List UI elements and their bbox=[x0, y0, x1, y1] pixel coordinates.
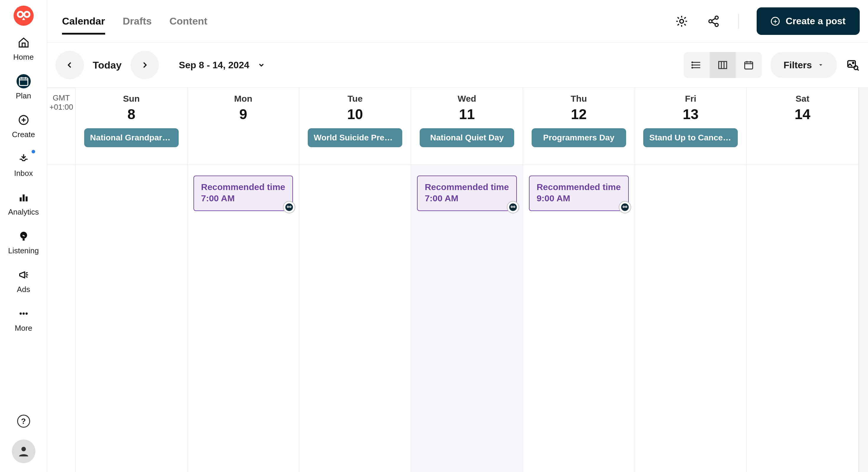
calendar-grid: GMT +01:00 Sun 8 National Grandparen… Mo… bbox=[47, 87, 868, 472]
settings-button[interactable] bbox=[675, 14, 689, 28]
day-header-tue[interactable]: Tue 10 World Suicide Preven… bbox=[299, 88, 411, 165]
holiday-pill[interactable]: Programmers Day bbox=[532, 128, 626, 147]
tab-drafts[interactable]: Drafts bbox=[123, 0, 152, 42]
filters-label: Filters bbox=[783, 60, 812, 71]
day-cell-thu[interactable]: Recommended time 9:00 AM bbox=[523, 165, 635, 472]
scrollbar-track[interactable] bbox=[859, 88, 868, 165]
recommended-time-card[interactable]: Recommended time 7:00 AM bbox=[193, 176, 293, 211]
sidebar-item-label: Create bbox=[12, 130, 35, 139]
calendar-toolbar: Today Sep 8 - 14, 2024 bbox=[47, 42, 868, 87]
day-cell-fri[interactable] bbox=[635, 165, 747, 472]
day-number: 11 bbox=[459, 106, 475, 122]
day-header-thu[interactable]: Thu 12 Programmers Day bbox=[523, 88, 635, 165]
sidebar-item-home[interactable]: Home bbox=[0, 30, 47, 68]
view-list-button[interactable] bbox=[684, 52, 710, 78]
day-cell-mon[interactable]: Recommended time 7:00 AM bbox=[188, 165, 299, 472]
svg-point-32 bbox=[288, 206, 288, 207]
today-button[interactable]: Today bbox=[93, 59, 122, 71]
day-cell-wed[interactable]: Recommended time 7:00 AM bbox=[411, 165, 523, 472]
ellipsis-icon bbox=[17, 306, 31, 321]
sidebar-item-listening[interactable]: Listening bbox=[0, 223, 47, 262]
svg-point-17 bbox=[680, 19, 684, 23]
lightbulb-icon bbox=[17, 229, 31, 243]
holiday-pill[interactable]: World Suicide Preven… bbox=[308, 128, 402, 147]
recommended-time-value: 9:00 AM bbox=[537, 193, 621, 203]
create-post-button[interactable]: ＋ Create a post bbox=[757, 7, 860, 35]
notification-dot-icon bbox=[32, 150, 35, 153]
day-header-sat[interactable]: Sat 14 bbox=[747, 88, 858, 165]
sidebar-item-ads[interactable]: Ads bbox=[0, 262, 47, 301]
chevron-down-icon bbox=[257, 61, 265, 69]
next-week-button[interactable] bbox=[130, 51, 159, 79]
day-cell-tue[interactable] bbox=[299, 165, 411, 472]
chevron-left-icon bbox=[66, 61, 74, 69]
day-header-fri[interactable]: Fri 13 Stand Up to Cancer Day bbox=[635, 88, 747, 165]
sidebar-item-plan[interactable]: Plan bbox=[0, 68, 47, 107]
sidebar-item-label: More bbox=[15, 324, 32, 333]
recommended-time-card[interactable]: Recommended time 7:00 AM bbox=[417, 176, 517, 211]
calendar-grid-icon bbox=[743, 60, 754, 70]
prev-week-button[interactable] bbox=[56, 51, 84, 79]
day-of-week: Tue bbox=[348, 94, 363, 104]
day-of-week: Sat bbox=[796, 94, 809, 104]
day-of-week: Sun bbox=[123, 94, 140, 104]
holiday-pill[interactable]: National Quiet Day bbox=[420, 128, 514, 147]
svg-rect-6 bbox=[19, 78, 28, 85]
scrollbar-track[interactable] bbox=[859, 165, 868, 472]
day-of-week: Thu bbox=[570, 94, 587, 104]
sidebar-item-create[interactable]: Create bbox=[0, 107, 47, 146]
sidebar-item-label: Ads bbox=[17, 285, 30, 294]
day-header-wed[interactable]: Wed 11 National Quiet Day bbox=[411, 88, 523, 165]
megaphone-icon bbox=[17, 268, 31, 282]
tab-label: Calendar bbox=[62, 16, 105, 27]
svg-point-37 bbox=[511, 206, 512, 207]
share-icon bbox=[707, 15, 720, 28]
day-header-sun[interactable]: Sun 8 National Grandparen… bbox=[75, 88, 187, 165]
inbox-icon bbox=[17, 152, 31, 166]
help-button[interactable]: ? bbox=[17, 415, 30, 428]
gear-icon bbox=[675, 15, 688, 28]
sidebar-item-inbox[interactable]: Inbox bbox=[0, 146, 47, 184]
tab-calendar[interactable]: Calendar bbox=[62, 0, 105, 42]
sidebar-item-label: Home bbox=[13, 53, 34, 62]
home-icon bbox=[17, 35, 31, 50]
holiday-pill[interactable]: Stand Up to Cancer Day bbox=[643, 128, 738, 147]
filters-button[interactable]: Filters bbox=[771, 52, 837, 78]
sidebar-item-more[interactable]: More bbox=[0, 301, 47, 339]
recommended-time-card[interactable]: Recommended time 9:00 AM bbox=[529, 176, 629, 211]
day-of-week: Mon bbox=[234, 94, 252, 104]
svg-point-28 bbox=[854, 66, 858, 70]
svg-point-19 bbox=[715, 16, 718, 19]
view-month-button[interactable] bbox=[736, 52, 762, 78]
sidebar-item-analytics[interactable]: Analytics bbox=[0, 184, 47, 223]
svg-rect-25 bbox=[745, 62, 752, 69]
user-avatar[interactable] bbox=[12, 440, 35, 463]
svg-point-13 bbox=[20, 313, 22, 315]
owl-badge-icon bbox=[507, 201, 519, 213]
svg-point-34 bbox=[509, 203, 517, 211]
day-number: 10 bbox=[347, 106, 363, 122]
date-range-picker[interactable]: Sep 8 - 14, 2024 bbox=[179, 60, 265, 71]
day-cell-sat[interactable] bbox=[747, 165, 858, 472]
timezone-label: GMT +01:00 bbox=[47, 88, 75, 165]
bar-chart-icon bbox=[17, 190, 31, 205]
svg-rect-12 bbox=[23, 238, 25, 241]
svg-point-29 bbox=[286, 203, 293, 211]
day-header-mon[interactable]: Mon 9 bbox=[188, 88, 299, 165]
view-switch bbox=[684, 52, 762, 78]
plus-circle-icon bbox=[17, 113, 31, 127]
tab-content[interactable]: Content bbox=[169, 0, 207, 42]
day-number: 8 bbox=[128, 106, 135, 122]
recommended-time-value: 7:00 AM bbox=[201, 193, 286, 203]
media-search-button[interactable] bbox=[845, 58, 860, 72]
day-cell-sun[interactable] bbox=[75, 165, 187, 472]
date-range-label: Sep 8 - 14, 2024 bbox=[179, 60, 249, 71]
timezone-gutter bbox=[47, 165, 75, 472]
day-number: 14 bbox=[795, 106, 810, 122]
view-week-button[interactable] bbox=[710, 52, 736, 78]
holiday-pill[interactable]: National Grandparen… bbox=[84, 128, 179, 147]
share-button[interactable] bbox=[707, 14, 721, 28]
brand-logo bbox=[13, 5, 35, 27]
svg-point-42 bbox=[623, 206, 624, 207]
tab-label: Content bbox=[169, 16, 207, 27]
